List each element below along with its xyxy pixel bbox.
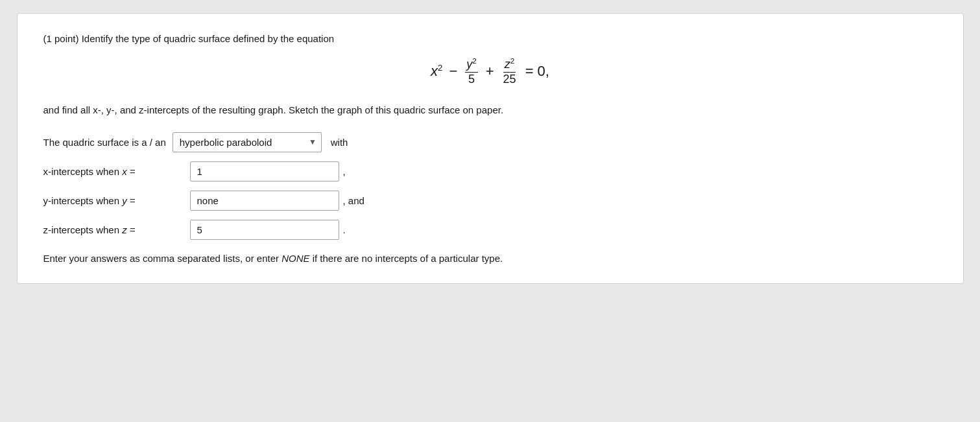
problem-card: (1 point) Identify the type of quadric s… [17, 13, 964, 284]
equals-zero: = 0, [525, 63, 549, 80]
answer-form: The quadric surface is a / an hyperbolic… [43, 132, 937, 240]
z-fraction: z2 25 [502, 57, 518, 86]
footer-note: Enter your answers as comma separated li… [43, 253, 937, 264]
z-separator: . [343, 224, 346, 235]
x-intercept-input[interactable] [190, 161, 339, 182]
z-intercept-input[interactable] [190, 220, 339, 240]
y-intercept-row: y-intercepts when y = , and [43, 191, 937, 211]
surface-dropdown-wrapper: hyperbolic paraboloid ellipsoid hyperbol… [173, 132, 322, 152]
surface-type-label: The quadric surface is a / an [43, 137, 166, 148]
y-intercept-input[interactable] [190, 191, 339, 211]
description-text: and find all x-, y-, and z-intercepts of… [43, 104, 937, 115]
x-separator: , [343, 166, 346, 177]
y-intercept-label: y-intercepts when y = [43, 195, 186, 206]
y-fraction: y2 5 [465, 57, 478, 86]
with-label: with [331, 137, 348, 148]
footer-none-text: NONE [281, 253, 309, 264]
x-squared-term: x2 [431, 63, 442, 80]
surface-type-row: The quadric surface is a / an hyperbolic… [43, 132, 937, 152]
footer-text-3: if there are no intercepts of a particul… [310, 253, 503, 264]
problem-header: (1 point) Identify the type of quadric s… [43, 33, 937, 44]
math-equation: x2 − y2 5 + z2 25 = 0, [431, 57, 549, 86]
x-intercept-row: x-intercepts when x = , [43, 161, 937, 182]
plus-sign: + [486, 63, 494, 80]
footer-text-1: Enter your answers as comma separated li… [43, 253, 282, 264]
surface-type-dropdown[interactable]: hyperbolic paraboloid ellipsoid hyperbol… [173, 132, 322, 152]
z-intercept-row: z-intercepts when z = . [43, 220, 937, 240]
z-intercept-label: z-intercepts when z = [43, 224, 186, 235]
equation-display: x2 − y2 5 + z2 25 = 0, [43, 57, 937, 86]
minus-sign: − [449, 63, 457, 80]
x-intercept-label: x-intercepts when x = [43, 166, 186, 177]
y-separator: , and [343, 195, 365, 206]
